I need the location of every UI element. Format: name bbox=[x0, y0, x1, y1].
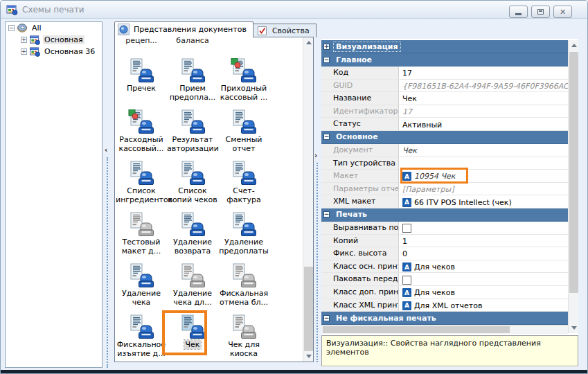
tree-node-all[interactable]: − All bbox=[6, 22, 102, 34]
scroll-up-icon[interactable] bbox=[569, 40, 579, 51]
section-expand-toggle[interactable]: − bbox=[323, 57, 330, 63]
scrollbar-thumb[interactable] bbox=[323, 326, 510, 333]
tab-strip: Представления документов Свойства bbox=[114, 21, 317, 37]
properties-scrollbar[interactable] bbox=[568, 40, 578, 333]
tab-properties[interactable]: Свойства bbox=[253, 24, 317, 37]
tree-expand-toggle[interactable]: − bbox=[8, 25, 15, 31]
property-row-8[interactable]: Документ A Чек bbox=[321, 144, 568, 157]
collapse-right-icon[interactable]: › bbox=[314, 152, 317, 159]
property-value[interactable]: A bbox=[399, 273, 568, 285]
property-row-4[interactable]: Название A Чек bbox=[321, 92, 568, 105]
property-value[interactable]: A Активный bbox=[399, 118, 568, 130]
property-value[interactable]: A Для чеков bbox=[399, 286, 568, 299]
section-expand-toggle[interactable]: − bbox=[323, 134, 330, 140]
scroll-up-icon[interactable] bbox=[303, 37, 314, 48]
checkbox[interactable] bbox=[402, 224, 411, 233]
property-row-17[interactable]: Класс осн. принте A Для чеков bbox=[321, 260, 568, 274]
tab-document-views[interactable]: Представления документов bbox=[114, 21, 253, 37]
property-section-21[interactable]: − Не фискальная печать bbox=[321, 312, 568, 325]
tree-node-1[interactable]: + Основная 36 bbox=[18, 46, 102, 57]
property-row-3[interactable]: GUID A {F981651B-62A4-494F-9A59-46F0F396… bbox=[321, 80, 568, 93]
property-row-12[interactable]: XML макет A 66 ITV POS Intellect (чек) bbox=[321, 195, 568, 208]
document-view-item-5[interactable]: Результат авторизации bbox=[167, 109, 218, 153]
property-row-9[interactable]: Тип устройства A bbox=[321, 157, 568, 170]
document-printer-icon bbox=[128, 314, 154, 339]
scroll-down-icon[interactable] bbox=[569, 323, 579, 333]
tree-expand-toggle[interactable]: + bbox=[21, 48, 27, 55]
property-value[interactable]: A Чек bbox=[399, 144, 568, 157]
property-row-2[interactable]: Код A 17 bbox=[321, 66, 568, 80]
document-view-item-9[interactable]: Счет-фактура bbox=[218, 161, 269, 204]
tree-node-label: Основная 36 bbox=[43, 47, 96, 56]
maximize-button[interactable] bbox=[531, 6, 550, 18]
document-printer-icon bbox=[128, 109, 154, 134]
minimize-button[interactable] bbox=[509, 6, 528, 18]
property-label: Макет bbox=[321, 170, 399, 182]
property-value[interactable]: A 17 bbox=[399, 66, 568, 79]
document-view-item-12[interactable]: Удаление предоплаты bbox=[218, 212, 269, 256]
document-view-item-10[interactable]: Тестовый макет д... bbox=[116, 212, 167, 256]
section-expand-toggle[interactable]: − bbox=[323, 211, 330, 217]
document-list-scrollbar[interactable] bbox=[303, 37, 313, 362]
document-view-item-3[interactable]: Приходный кассовый ... bbox=[218, 58, 269, 102]
right-splitter[interactable]: › bbox=[314, 37, 321, 362]
property-section-13[interactable]: − Печать bbox=[321, 208, 568, 222]
property-value[interactable]: A 10954 Чек bbox=[399, 170, 568, 182]
document-view-item-6[interactable]: Сменный отчет bbox=[218, 109, 269, 153]
property-value[interactable]: A Чек bbox=[399, 92, 568, 105]
tree-node-0[interactable]: + Основная bbox=[18, 34, 102, 46]
document-view-item-7[interactable]: Список ингредиентов bbox=[116, 161, 167, 204]
document-view-item-2[interactable]: Прием предопла... bbox=[167, 58, 218, 102]
property-row-10[interactable]: Макет A 10954 Чек bbox=[321, 170, 568, 183]
document-views-panel: рецеп...баланса Пречек Прием предопла...… bbox=[114, 37, 314, 362]
property-value[interactable]: A bbox=[399, 157, 568, 170]
property-row-14[interactable]: Выравнивать по ра A bbox=[321, 222, 568, 235]
tree-expand-toggle[interactable]: + bbox=[21, 37, 27, 43]
document-view-label: Приходный кассовый ... bbox=[218, 84, 269, 102]
property-row-19[interactable]: Класс доп. принте A Для чеков bbox=[321, 286, 568, 299]
property-row-6[interactable]: Статус A Активный bbox=[321, 118, 568, 131]
checkbox[interactable] bbox=[402, 276, 411, 285]
property-label: Параметры отчета bbox=[321, 183, 399, 195]
property-value[interactable]: A 1 bbox=[399, 235, 568, 247]
property-value-text: {F981651B-62A4-494F-9A59-46F0F3966ACC} bbox=[402, 82, 568, 91]
red-check-icon bbox=[256, 25, 268, 37]
document-view-item-15[interactable]: Фискальная отмена бл... bbox=[218, 263, 269, 307]
document-view-item-1[interactable]: Пречек bbox=[116, 58, 167, 93]
property-section-1[interactable]: − Главное bbox=[321, 53, 568, 66]
property-row-11[interactable]: Параметры отчета A [Параметры] bbox=[321, 183, 568, 196]
property-value[interactable]: A Для XML отчетов bbox=[399, 299, 568, 312]
document-view-item-13[interactable]: Удаление чека bbox=[116, 263, 167, 307]
property-value[interactable]: A bbox=[399, 222, 568, 234]
property-row-15[interactable]: Копий A 1 bbox=[321, 235, 568, 248]
property-value[interactable]: A [Параметры] bbox=[399, 183, 568, 195]
document-view-item-17[interactable]: Чек bbox=[167, 314, 218, 349]
document-view-item-8[interactable]: Список копий чеков bbox=[167, 161, 218, 204]
scrollbar-thumb[interactable] bbox=[304, 267, 313, 351]
collapse-left-icon[interactable]: ‹ bbox=[105, 146, 107, 154]
left-splitter[interactable]: ‹ bbox=[104, 21, 112, 368]
section-expand-toggle[interactable]: − bbox=[323, 315, 330, 321]
property-value[interactable]: A 17 bbox=[399, 105, 568, 118]
property-row-20[interactable]: Класс XML принте A Для XML отчетов bbox=[321, 299, 568, 312]
properties-hscrollbar[interactable] bbox=[321, 325, 568, 334]
scroll-down-icon[interactable] bbox=[303, 351, 314, 362]
close-button[interactable]: ✕ bbox=[553, 6, 572, 18]
scrollbar-thumb[interactable] bbox=[569, 52, 578, 293]
document-view-item-16[interactable]: Фискальное изъятие д... bbox=[116, 314, 167, 358]
document-view-item-11[interactable]: Удаление возврата bbox=[167, 212, 218, 256]
document-view-item-4[interactable]: Расходный кассовый... bbox=[116, 109, 167, 153]
property-section-7[interactable]: − Основное bbox=[321, 131, 568, 144]
property-value[interactable]: A 0 bbox=[399, 247, 568, 260]
section-expand-toggle[interactable]: + bbox=[323, 44, 330, 50]
document-view-item-14[interactable]: Удаление чека дл... bbox=[167, 263, 218, 307]
property-value[interactable]: A 66 ITV POS Intellect (чек) bbox=[399, 195, 568, 208]
property-value[interactable]: A {F981651B-62A4-494F-9A59-46F0F3966ACC} bbox=[399, 80, 568, 92]
property-section-0[interactable]: + Визуализация bbox=[321, 40, 568, 53]
property-row-18[interactable]: Паковать перед пе A bbox=[321, 273, 568, 286]
property-row-16[interactable]: Фикс. высота A 0 bbox=[321, 247, 568, 260]
property-row-5[interactable]: Идентификатор A 17 bbox=[321, 105, 568, 118]
document-view-item-18[interactable]: Чек для киоска bbox=[218, 314, 269, 358]
property-value[interactable]: A Для чеков bbox=[399, 260, 568, 273]
title-bar[interactable]: Схемы печати ✕ bbox=[1, 1, 587, 19]
